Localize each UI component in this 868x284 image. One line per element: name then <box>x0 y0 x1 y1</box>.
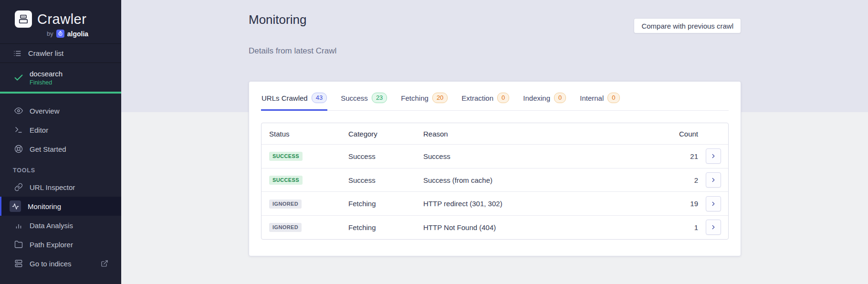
sidebar-item-label: Data Analysis <box>30 221 73 230</box>
expand-row-button[interactable] <box>706 220 721 235</box>
sidebar-item-label: Overview <box>30 107 60 115</box>
column-header-reason: Reason <box>423 130 646 138</box>
category-cell: Success <box>348 176 423 184</box>
tab-label: Fetching <box>401 94 429 102</box>
sidebar-menu: Overview Editor Get Started TOOLS <box>0 94 121 273</box>
sidebar-item-label: Path Explorer <box>30 241 73 249</box>
lifebuoy-icon <box>14 145 23 153</box>
count-cell: 19 <box>646 200 698 208</box>
link-icon <box>14 183 23 191</box>
brand-logo: Crawler by algolia <box>0 0 121 43</box>
page-subtitle: Details from latest Crawl <box>249 46 336 56</box>
tab[interactable]: Fetching 20 <box>400 82 448 111</box>
expand-row-button[interactable] <box>706 148 721 164</box>
tab-label: Internal <box>580 94 604 102</box>
chevron-right-icon <box>710 200 717 207</box>
crawler-list-link[interactable]: Crawler list <box>0 43 121 63</box>
eye-icon <box>14 106 23 115</box>
tools-heading: TOOLS <box>13 167 121 174</box>
algolia-name: algolia <box>67 30 88 38</box>
tab[interactable]: Success 23 <box>340 82 387 111</box>
column-header-status: Status <box>269 130 348 138</box>
category-cell: Success <box>348 152 423 160</box>
column-header-category: Category <box>348 130 423 138</box>
tab-count-badge: 0 <box>497 93 509 103</box>
external-link-icon <box>101 260 108 267</box>
tab-count-badge: 43 <box>312 93 327 103</box>
tab[interactable]: URLs Crawled 43 <box>261 82 327 111</box>
chevron-right-icon <box>710 177 717 183</box>
bar-chart-icon <box>14 221 23 230</box>
table-row: IGNORED Fetching HTTP Not Found (404) 1 <box>261 215 728 239</box>
monitoring-card: URLs Crawled 43 Success 23 Fetching 20 <box>249 81 741 256</box>
tab-label: Extraction <box>461 94 493 102</box>
tab[interactable]: Extraction 0 <box>461 82 510 111</box>
tab-count-badge: 0 <box>554 93 566 103</box>
sidebar: Crawler by algolia Crawler list <box>0 0 121 284</box>
byline-by: by <box>47 30 53 37</box>
tab-label: URLs Crawled <box>261 94 308 102</box>
crawler-list-label: Crawler list <box>28 49 63 57</box>
tab[interactable]: Internal 0 <box>579 82 620 111</box>
folder-icon <box>14 240 23 249</box>
status-badge: IGNORED <box>269 223 302 232</box>
compare-with-previous-crawl-button[interactable]: Compare with previous crawl <box>634 18 741 33</box>
table-row: SUCCESS Success Success (from cache) 2 <box>261 168 728 192</box>
count-cell: 2 <box>646 176 698 184</box>
tab-count-badge: 0 <box>607 93 619 103</box>
expand-row-button[interactable] <box>706 196 721 211</box>
check-icon <box>13 73 24 83</box>
table-row: SUCCESS Success Success 21 <box>261 144 728 168</box>
status-badge: SUCCESS <box>269 176 303 185</box>
status-badge: IGNORED <box>269 200 302 209</box>
terminal-icon <box>14 126 23 134</box>
sidebar-item-label: Editor <box>30 126 48 134</box>
chevron-right-icon <box>710 153 717 159</box>
tab-bar: URLs Crawled 43 Success 23 Fetching 20 <box>261 82 729 111</box>
tab-count-badge: 23 <box>372 93 387 103</box>
sidebar-item-label: URL Inspector <box>30 183 75 191</box>
sidebar-item-editor[interactable]: Editor <box>0 120 121 139</box>
sidebar-item-path-explorer[interactable]: Path Explorer <box>0 235 121 254</box>
expand-row-button[interactable] <box>706 172 721 188</box>
crawler-logo-icon <box>15 11 32 28</box>
reason-cell: Success <box>423 152 646 160</box>
reason-cell: HTTP redirect (301, 302) <box>423 200 646 208</box>
sidebar-item-url-inspector[interactable]: URL Inspector <box>0 178 121 197</box>
tab-count-badge: 20 <box>432 93 448 103</box>
tab-label: Success <box>341 94 368 102</box>
count-cell: 21 <box>646 152 698 160</box>
list-icon <box>13 49 21 58</box>
tab-label: Indexing <box>523 94 550 102</box>
table-body: SUCCESS Success Success 21 <box>261 144 728 239</box>
sidebar-item-label: Go to indices <box>30 260 72 268</box>
main-area: Monitoring Compare with previous crawl D… <box>121 0 868 284</box>
activity-icon <box>10 200 21 212</box>
reason-cell: HTTP Not Found (404) <box>423 223 646 231</box>
sidebar-item-get-started[interactable]: Get Started <box>0 139 121 158</box>
crawler-status: Finished <box>30 79 63 86</box>
algolia-logo-icon <box>56 30 64 38</box>
category-cell: Fetching <box>348 223 423 231</box>
table-row: IGNORED Fetching HTTP redirect (301, 302… <box>261 191 728 215</box>
sidebar-item-data-analysis[interactable]: Data Analysis <box>0 216 121 235</box>
crawler-name: docsearch <box>30 70 63 78</box>
category-cell: Fetching <box>348 200 423 208</box>
chevron-right-icon <box>710 224 717 231</box>
table-header-row: Status Category Reason Count <box>261 123 728 144</box>
sidebar-item-go-to-indices[interactable]: Go to indices <box>0 254 121 273</box>
crawl-results-table: Status Category Reason Count SUCCESS Suc… <box>261 123 729 240</box>
tab[interactable]: Indexing 0 <box>523 82 566 111</box>
sidebar-item-monitoring[interactable]: Monitoring <box>0 197 121 216</box>
reason-cell: Success (from cache) <box>423 176 646 184</box>
column-header-count: Count <box>646 130 698 138</box>
count-cell: 1 <box>646 223 698 231</box>
current-crawler[interactable]: docsearch Finished <box>0 63 121 92</box>
status-badge: SUCCESS <box>269 152 303 161</box>
sidebar-item-label: Monitoring <box>28 202 61 210</box>
sidebar-item-overview[interactable]: Overview <box>0 101 121 120</box>
server-icon <box>14 259 23 268</box>
brand-name: Crawler <box>37 11 86 27</box>
sidebar-item-label: Get Started <box>30 145 66 153</box>
